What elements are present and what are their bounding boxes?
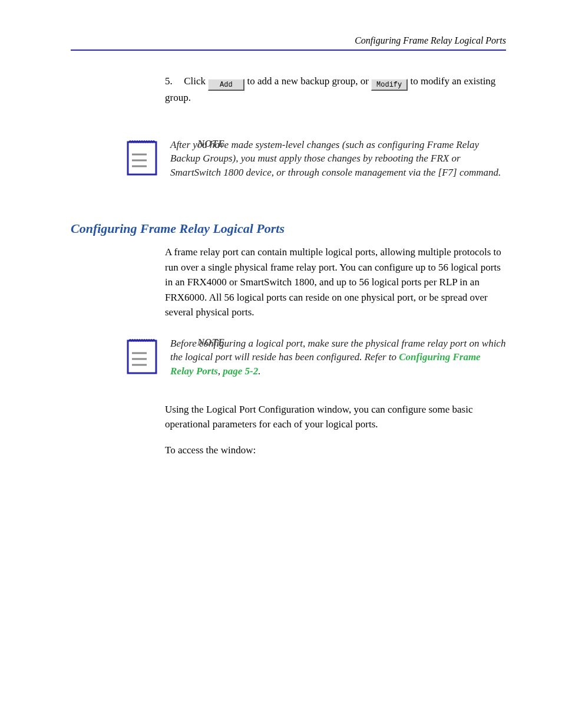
note-label: NOTE (197, 337, 224, 348)
svg-rect-0 (128, 142, 156, 174)
notepad-icon (127, 337, 157, 374)
step-text-mid: to add a new backup group, or (247, 75, 372, 87)
section-heading: Configuring Frame Relay Logical Ports (71, 221, 506, 236)
note-label: NOTE (197, 138, 224, 150)
step-number: 5. (165, 74, 181, 89)
note-2-after-link: , (218, 365, 223, 377)
svg-rect-4 (128, 341, 156, 373)
notepad-icon (127, 138, 157, 176)
note-2-after-page: . (258, 365, 260, 377)
modify-button[interactable]: Modify (371, 79, 408, 91)
body-paragraph-2: Using the Logical Port Configuration win… (165, 402, 506, 432)
header-rule (71, 50, 506, 51)
body-paragraph-3: To access the window: (165, 443, 506, 458)
xref-page[interactable]: page 5-2 (223, 365, 258, 377)
add-button[interactable]: Add (208, 79, 244, 91)
body-paragraph-1: A frame relay port can contain multiple … (165, 245, 506, 320)
step-5: 5. Click Add to add a new backup group, … (165, 74, 506, 106)
running-head: Configuring Frame Relay Logical Ports (71, 35, 506, 46)
step-text-pre: Click (184, 75, 208, 87)
